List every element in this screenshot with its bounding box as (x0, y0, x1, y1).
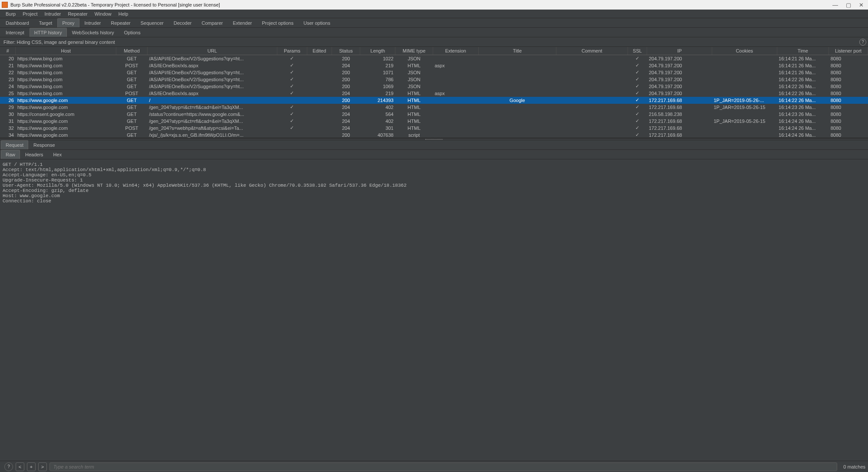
cell-port: 8080 (829, 132, 868, 139)
detail-tab-request[interactable]: Request (1, 140, 28, 149)
subtab-http-history[interactable]: HTTP history (30, 28, 67, 37)
col-header-status[interactable]: Status (332, 47, 360, 55)
filter-bar[interactable]: Filter: Hiding CSS, image and general bi… (0, 37, 868, 47)
message-detail-panel: RequestResponse RawHeadersHex GET / HTTP… (0, 140, 868, 472)
table-row[interactable]: 20https://www.bing.comGET/AS/API/IEOneBo… (0, 55, 868, 62)
table-row[interactable]: 22https://www.bing.comGET/AS/API/IEOneBo… (0, 69, 868, 76)
cell-edited (307, 104, 332, 111)
tab-intruder[interactable]: Intruder (80, 18, 106, 27)
col-header-title[interactable]: Title (478, 47, 556, 55)
raw-request-text[interactable]: GET / HTTP/1.1 Accept: text/html,applica… (0, 159, 868, 461)
col-header-extension[interactable]: Extension (433, 47, 478, 55)
tab-sequencer[interactable]: Sequencer (136, 18, 168, 27)
tab-comparer[interactable]: Comparer (197, 18, 228, 27)
col-header-method[interactable]: Method (116, 47, 148, 55)
subtab-options[interactable]: Options (119, 28, 145, 37)
cell-time: 16:14:22 26 Ma... (777, 90, 829, 97)
col-header-ip[interactable]: IP (647, 47, 712, 55)
col-header-edited[interactable]: Edited (307, 47, 332, 55)
tab-user-options[interactable]: User options (299, 18, 335, 27)
view-tab-raw[interactable]: Raw (1, 150, 20, 159)
cell-method: POST (116, 62, 148, 69)
tab-extender[interactable]: Extender (228, 18, 256, 27)
cell-ssl: ✓ (628, 132, 647, 139)
subtab-websockets-history[interactable]: WebSockets history (67, 28, 119, 37)
cell-status: 200 (332, 76, 360, 83)
table-row[interactable]: 26https://www.google.comGET/200214393HTM… (0, 97, 868, 104)
col-header--[interactable]: # (0, 47, 16, 55)
cell-ext (433, 118, 478, 125)
col-header-ssl[interactable]: SSL (628, 47, 647, 55)
http-history-table[interactable]: #HostMethodURLParamsEditedStatusLengthMI… (0, 47, 868, 138)
col-header-comment[interactable]: Comment (556, 47, 628, 55)
tab-decoder[interactable]: Decoder (169, 18, 197, 27)
table-header-row[interactable]: #HostMethodURLParamsEditedStatusLengthMI… (0, 47, 868, 55)
cell-time: 16:14:22 26 Ma... (777, 83, 829, 90)
cell-n: 24 (0, 83, 16, 90)
table-row[interactable]: 31https://www.google.comGET/gen_204?atyp… (0, 118, 868, 125)
cell-edited (307, 62, 332, 69)
subtab-intercept[interactable]: Intercept (1, 28, 29, 37)
col-header-mime-type[interactable]: MIME type (395, 47, 433, 55)
view-tab-hex[interactable]: Hex (49, 150, 67, 159)
tab-dashboard[interactable]: Dashboard (1, 18, 34, 27)
cell-edited (307, 83, 332, 90)
table-row[interactable]: 21https://www.bing.comPOST/AS/IEOneBox/x… (0, 62, 868, 69)
col-header-length[interactable]: Length (360, 47, 395, 55)
menu-burp[interactable]: Burp (3, 10, 19, 17)
add-button[interactable]: + (27, 462, 36, 471)
cell-ssl: ✓ (628, 118, 647, 125)
col-header-time[interactable]: Time (777, 47, 829, 55)
cell-ip: 172.217.169.68 (647, 97, 712, 104)
cell-method: GET (116, 83, 148, 90)
search-input[interactable] (49, 462, 837, 471)
detail-tab-response[interactable]: Response (29, 140, 60, 149)
tab-repeater[interactable]: Repeater (106, 18, 135, 27)
help-button[interactable]: ? (4, 462, 13, 471)
cell-host: https://www.google.com (16, 132, 116, 139)
table-row[interactable]: 29https://www.google.comGET/gen_204?atyp… (0, 104, 868, 111)
cell-comment (556, 111, 628, 118)
prev-match-button[interactable]: < (16, 462, 24, 471)
table-row[interactable]: 25https://www.bing.comPOST/AS/IEOneBox/x… (0, 90, 868, 97)
menu-intruder[interactable]: Intruder (42, 10, 64, 17)
table-row[interactable]: 24https://www.bing.comGET/AS/API/IEOneBo… (0, 83, 868, 90)
close-button[interactable]: ✕ (859, 2, 864, 8)
cell-ext (433, 69, 478, 76)
cell-ip: 172.217.169.68 (647, 132, 712, 139)
table-row[interactable]: 34https://www.google.comGET/xjs/_/js/k=x… (0, 132, 868, 139)
cell-ip: 204.79.197.200 (647, 62, 712, 69)
cell-n: 26 (0, 97, 16, 104)
cell-len: 564 (360, 111, 395, 118)
cell-time: 16:14:24 26 Ma... (777, 118, 829, 125)
col-header-cookies[interactable]: Cookies (712, 47, 777, 55)
maximize-button[interactable]: ▢ (846, 2, 851, 8)
table-row[interactable]: 30https://consent.google.comGET/status?c… (0, 111, 868, 118)
cell-ip: 204.79.197.200 (647, 90, 712, 97)
tab-project-options[interactable]: Project options (257, 18, 298, 27)
menu-bar: BurpProjectIntruderRepeaterWindowHelp (0, 10, 868, 18)
view-tab-headers[interactable]: Headers (20, 150, 48, 159)
table-row[interactable]: 23https://www.bing.comGET/AS/API/IEOneBo… (0, 76, 868, 83)
cell-host: https://consent.google.com (16, 111, 116, 118)
minimize-button[interactable]: — (832, 2, 838, 8)
table-row[interactable]: 32https://www.google.comPOST/gen_204?s=w… (0, 125, 868, 132)
menu-repeater[interactable]: Repeater (65, 10, 90, 17)
cell-url: / (147, 97, 277, 104)
cell-edited (307, 111, 332, 118)
tab-target[interactable]: Target (34, 18, 57, 27)
cell-len: 1071 (360, 69, 395, 76)
cell-comment (556, 104, 628, 111)
cell-edited (307, 90, 332, 97)
cell-url: /status?continue=https://www.google.com&… (147, 111, 277, 118)
next-match-button[interactable]: > (38, 462, 47, 471)
col-header-url[interactable]: URL (147, 47, 277, 55)
menu-help[interactable]: Help (115, 10, 132, 17)
tab-proxy[interactable]: Proxy (57, 18, 79, 27)
col-header-host[interactable]: Host (16, 47, 116, 55)
menu-window[interactable]: Window (92, 10, 115, 17)
menu-project[interactable]: Project (20, 10, 40, 17)
col-header-listener-port[interactable]: Listener port (829, 47, 868, 55)
col-header-params[interactable]: Params (277, 47, 307, 55)
help-icon[interactable]: ? (859, 39, 866, 46)
